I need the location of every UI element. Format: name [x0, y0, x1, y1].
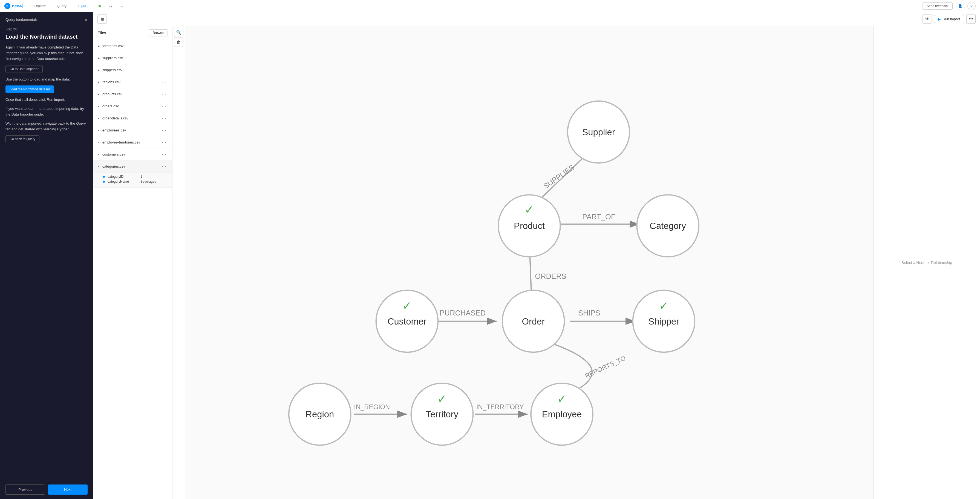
file-name: orders.csv — [102, 104, 119, 108]
tutorial-step: Step 2/7 — [5, 27, 88, 32]
load-northwind-dataset-button[interactable]: Load the Northwind dataset — [5, 85, 54, 93]
svg-text:✓: ✓ — [525, 203, 534, 216]
file-item-left: ▲ territories.csv — [97, 44, 124, 48]
status-dot — [99, 5, 101, 7]
tutorial-para-1: Again, if you already have completed the… — [5, 45, 88, 62]
list-item[interactable]: ▲ territories.csv ⋯ — [93, 40, 172, 52]
file-more-button[interactable]: ⋯ — [160, 127, 168, 133]
detail-value: Beverages — [140, 180, 156, 183]
chevron-up-icon: ▲ — [97, 141, 100, 144]
table-icon: ▦ — [100, 17, 104, 21]
user-icon-button[interactable]: 👤 — [956, 2, 964, 10]
chevron-up-icon: ▲ — [97, 56, 100, 59]
nav-chevron-button[interactable]: ⌄ — [121, 4, 124, 8]
file-name: suppliers.csv — [102, 56, 123, 60]
tutorial-para-3: Once that's all done, click Run import. — [5, 97, 88, 103]
list-item[interactable]: ▲ shippers.csv ⋯ — [93, 64, 172, 76]
app-logo: N neo4j — [5, 3, 23, 9]
file-name: employee-territories.csv — [102, 140, 140, 144]
file-more-button[interactable]: ⋯ — [160, 55, 168, 61]
tutorial-footer: Previous Next — [5, 480, 88, 494]
browse-button[interactable]: Browse — [149, 29, 168, 37]
graph-canvas-area: SUPPLIES PART_OF PURCHASED SHIPS ORDERS — [185, 26, 873, 499]
file-more-button[interactable]: ⋯ — [160, 115, 168, 121]
eye-view-button[interactable]: 👁 — [923, 14, 932, 24]
list-item[interactable]: ▲ employees.csv ⋯ — [93, 124, 172, 136]
list-item[interactable]: ▲ products.csv ⋯ — [93, 88, 172, 100]
toolbar-more-button[interactable]: ••• — [966, 14, 975, 24]
svg-text:Shipper: Shipper — [648, 316, 679, 327]
file-more-button[interactable]: ⋯ — [160, 139, 168, 145]
file-item-left: ▲ regions.csv — [97, 80, 121, 84]
file-more-button[interactable]: ⋯ — [160, 79, 168, 85]
delete-tool-button[interactable]: 🗑 — [174, 38, 183, 47]
nav-import[interactable]: Import — [75, 2, 90, 9]
file-more-button[interactable]: ⋯ — [160, 151, 168, 158]
file-more-button[interactable]: ⋯ — [160, 91, 168, 97]
chevron-up-icon: ▲ — [97, 153, 100, 156]
info-placeholder-text: Select a Node or Relationship — [901, 260, 952, 265]
tutorial-close-button[interactable]: × — [84, 18, 88, 22]
svg-text:Category: Category — [649, 221, 686, 231]
go-to-data-importer-button[interactable]: Go to Data Importer — [5, 65, 43, 73]
list-item[interactable]: ▲ orders.csv ⋯ — [93, 100, 172, 112]
info-panel: Select a Node or Relationship — [873, 26, 980, 499]
file-item-left: ▲ suppliers.csv — [97, 56, 123, 60]
svg-text:PURCHASED: PURCHASED — [440, 309, 485, 317]
svg-text:Order: Order — [522, 316, 545, 327]
tutorial-para-5: With the data imported, navigate back to… — [5, 121, 88, 132]
list-item[interactable]: ▲ regions.csv ⋯ — [93, 76, 172, 88]
help-icon-button[interactable]: ? — [967, 2, 975, 10]
chevron-up-icon: ▲ — [97, 117, 100, 120]
nav-explore[interactable]: Explore — [32, 3, 48, 9]
run-import-button[interactable]: ▶ Run import — [934, 15, 964, 23]
svg-text:SHIPS: SHIPS — [578, 309, 600, 317]
top-nav: N neo4j Explore Query Import ⋯ ⌄ Send fe… — [0, 0, 980, 12]
file-more-button[interactable]: ⋯ — [160, 43, 168, 49]
file-more-button[interactable]: ⋯ — [160, 103, 168, 109]
logo-icon: N — [5, 3, 10, 9]
svg-text:Customer: Customer — [388, 316, 426, 327]
tutorial-sidebar: Query fundamentals × Step 2/7 Load the N… — [0, 12, 93, 499]
file-name: employees.csv — [102, 128, 126, 132]
run-import-label: Run import — [942, 17, 960, 21]
nav-query[interactable]: Query — [54, 3, 68, 9]
file-item-left: ▲ shippers.csv — [97, 68, 122, 72]
nav-more-button[interactable]: ⋯ — [109, 3, 114, 9]
svg-text:Region: Region — [305, 409, 334, 419]
list-item[interactable]: ▲ customers.csv ⋯ — [93, 148, 172, 161]
send-feedback-button[interactable]: Send feedback — [923, 2, 953, 10]
svg-text:✓: ✓ — [557, 392, 566, 405]
tutorial-para-2: Use the button to load and map the data: — [5, 77, 88, 83]
next-button[interactable]: Next — [48, 485, 88, 494]
svg-text:Territory: Territory — [426, 409, 458, 419]
file-name: products.csv — [102, 92, 123, 96]
list-item[interactable]: ▲ employee-territories.csv ⋯ — [93, 136, 172, 148]
file-item-left: ▲ employees.csv — [97, 128, 126, 132]
svg-text:Product: Product — [514, 221, 545, 231]
chevron-up-icon: ▲ — [97, 69, 100, 72]
main-content: Query fundamentals × Step 2/7 Load the N… — [0, 12, 980, 499]
go-back-to-query-button[interactable]: Go back to Query — [5, 135, 40, 143]
file-item-left: ▲ customers.csv — [97, 152, 125, 156]
list-item[interactable]: ▲ order-details.csv ⋯ — [93, 112, 172, 124]
file-more-button[interactable]: ⋯ — [160, 163, 168, 169]
search-tool-button[interactable]: 🔍 — [174, 28, 183, 37]
list-item[interactable]: ▼ categories.csv ⋯ — [93, 161, 172, 172]
nav-right: Send feedback 👤 ? — [923, 2, 975, 10]
svg-text:ORDERS: ORDERS — [535, 272, 566, 281]
previous-button[interactable]: Previous — [5, 485, 45, 494]
svg-text:✓: ✓ — [437, 392, 447, 405]
file-name: shippers.csv — [102, 68, 122, 72]
file-more-button[interactable]: ⋯ — [160, 67, 168, 73]
list-item[interactable]: ▲ suppliers.csv ⋯ — [93, 52, 172, 64]
files-header: Files Browse — [93, 26, 172, 40]
file-item-left: ▲ employee-territories.csv — [97, 140, 140, 144]
file-item-left: ▲ order-details.csv — [97, 116, 128, 120]
chevron-up-icon: ▲ — [97, 129, 100, 132]
svg-text:IN_REGION: IN_REGION — [354, 403, 390, 411]
tutorial-title-block: Query fundamentals — [5, 18, 38, 22]
file-details: categoryID 1 categoryName Beverages — [93, 172, 172, 188]
file-name: order-details.csv — [102, 116, 128, 120]
table-view-button[interactable]: ▦ — [97, 14, 107, 24]
